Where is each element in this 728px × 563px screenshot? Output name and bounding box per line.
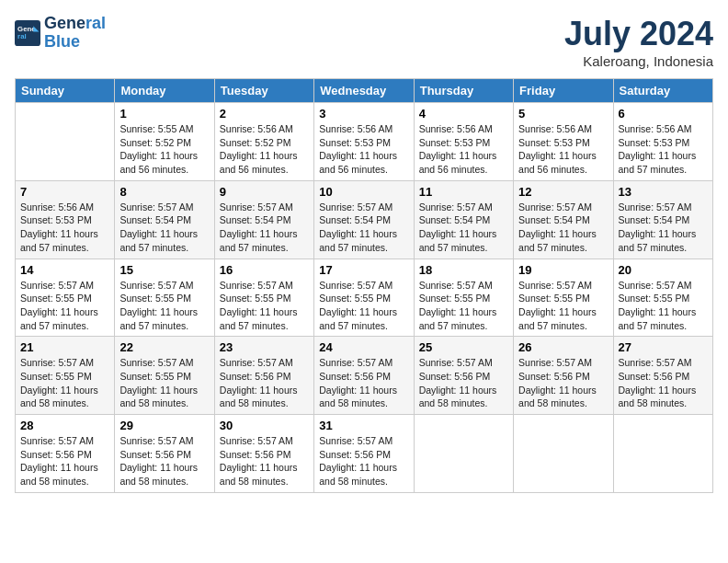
- day-info: Sunrise: 5:57 AM Sunset: 5:54 PM Dayligh…: [119, 201, 209, 255]
- calendar-cell: 2Sunrise: 5:56 AM Sunset: 5:52 PM Daylig…: [214, 103, 313, 181]
- calendar-cell: 23Sunrise: 5:57 AM Sunset: 5:56 PM Dayli…: [214, 337, 313, 415]
- day-info: Sunrise: 5:57 AM Sunset: 5:56 PM Dayligh…: [319, 434, 408, 488]
- day-info: Sunrise: 5:56 AM Sunset: 5:53 PM Dayligh…: [319, 122, 408, 177]
- calendar-cell: [514, 415, 613, 493]
- calendar-cell: 17Sunrise: 5:57 AM Sunset: 5:55 PM Dayli…: [314, 259, 414, 337]
- day-number: 10: [319, 185, 408, 199]
- calendar-cell: 14Sunrise: 5:57 AM Sunset: 5:55 PM Dayli…: [16, 259, 115, 337]
- calendar-cell: 5Sunrise: 5:56 AM Sunset: 5:53 PM Daylig…: [514, 103, 613, 181]
- calendar-week-row: 14Sunrise: 5:57 AM Sunset: 5:55 PM Dayli…: [16, 259, 713, 337]
- day-number: 20: [619, 263, 708, 277]
- day-number: 5: [518, 107, 608, 121]
- day-number: 14: [20, 263, 109, 277]
- day-number: 4: [419, 107, 508, 121]
- day-number: 29: [119, 419, 209, 432]
- day-info: Sunrise: 5:57 AM Sunset: 5:55 PM Dayligh…: [119, 356, 209, 410]
- day-number: 15: [119, 263, 209, 277]
- calendar-cell: 27Sunrise: 5:57 AM Sunset: 5:56 PM Dayli…: [613, 337, 712, 415]
- day-number: 22: [119, 340, 209, 354]
- calendar-cell: 20Sunrise: 5:57 AM Sunset: 5:55 PM Dayli…: [613, 259, 712, 337]
- day-info: Sunrise: 5:57 AM Sunset: 5:55 PM Dayligh…: [220, 279, 309, 333]
- title-block: July 2024 Kaleroang, Indonesia: [564, 15, 713, 69]
- day-info: Sunrise: 5:57 AM Sunset: 5:54 PM Dayligh…: [518, 201, 608, 255]
- calendar-cell: 10Sunrise: 5:57 AM Sunset: 5:54 PM Dayli…: [314, 180, 414, 259]
- day-info: Sunrise: 5:56 AM Sunset: 5:53 PM Dayligh…: [619, 122, 708, 177]
- day-info: Sunrise: 5:56 AM Sunset: 5:53 PM Dayligh…: [419, 122, 508, 177]
- day-info: Sunrise: 5:57 AM Sunset: 5:56 PM Dayligh…: [220, 434, 309, 488]
- weekday-header: Thursday: [414, 79, 513, 103]
- day-number: 16: [220, 263, 309, 277]
- calendar-cell: [16, 103, 115, 181]
- logo-icon: Gene ral: [15, 20, 40, 46]
- calendar-cell: 3Sunrise: 5:56 AM Sunset: 5:53 PM Daylig…: [314, 103, 414, 181]
- weekday-header: Saturday: [613, 79, 712, 103]
- day-info: Sunrise: 5:57 AM Sunset: 5:56 PM Dayligh…: [518, 356, 608, 410]
- day-info: Sunrise: 5:57 AM Sunset: 5:54 PM Dayligh…: [220, 201, 309, 255]
- weekday-header: Monday: [115, 79, 214, 103]
- calendar-cell: 6Sunrise: 5:56 AM Sunset: 5:53 PM Daylig…: [613, 103, 712, 181]
- calendar-cell: 19Sunrise: 5:57 AM Sunset: 5:55 PM Dayli…: [514, 259, 613, 337]
- calendar-cell: 15Sunrise: 5:57 AM Sunset: 5:55 PM Dayli…: [115, 259, 214, 337]
- day-number: 24: [319, 340, 408, 354]
- calendar-cell: 22Sunrise: 5:57 AM Sunset: 5:55 PM Dayli…: [115, 337, 214, 415]
- day-number: 2: [220, 107, 309, 121]
- logo-text: GeneralBlue: [44, 15, 106, 52]
- weekday-header: Sunday: [16, 79, 115, 103]
- calendar-cell: 1Sunrise: 5:55 AM Sunset: 5:52 PM Daylig…: [115, 103, 214, 181]
- calendar-cell: 4Sunrise: 5:56 AM Sunset: 5:53 PM Daylig…: [414, 103, 513, 181]
- day-info: Sunrise: 5:57 AM Sunset: 5:54 PM Dayligh…: [419, 201, 508, 255]
- calendar-cell: 13Sunrise: 5:57 AM Sunset: 5:54 PM Dayli…: [613, 180, 712, 259]
- day-number: 8: [119, 185, 209, 199]
- day-number: 1: [119, 107, 209, 121]
- weekday-header: Friday: [514, 79, 613, 103]
- location-subtitle: Kaleroang, Indonesia: [564, 53, 713, 69]
- calendar-cell: [613, 415, 712, 493]
- day-info: Sunrise: 5:57 AM Sunset: 5:56 PM Dayligh…: [20, 434, 109, 488]
- day-number: 28: [20, 419, 109, 432]
- logo: Gene ral GeneralBlue: [15, 15, 106, 52]
- calendar-cell: 7Sunrise: 5:56 AM Sunset: 5:53 PM Daylig…: [16, 180, 115, 259]
- weekday-header-row: SundayMondayTuesdayWednesdayThursdayFrid…: [16, 79, 713, 103]
- day-number: 19: [518, 263, 608, 277]
- day-info: Sunrise: 5:57 AM Sunset: 5:54 PM Dayligh…: [319, 201, 408, 255]
- calendar-week-row: 7Sunrise: 5:56 AM Sunset: 5:53 PM Daylig…: [16, 180, 713, 259]
- day-number: 7: [20, 185, 109, 199]
- day-info: Sunrise: 5:55 AM Sunset: 5:52 PM Dayligh…: [119, 122, 209, 177]
- calendar-cell: 8Sunrise: 5:57 AM Sunset: 5:54 PM Daylig…: [115, 180, 214, 259]
- day-info: Sunrise: 5:57 AM Sunset: 5:56 PM Dayligh…: [419, 356, 508, 410]
- day-info: Sunrise: 5:57 AM Sunset: 5:55 PM Dayligh…: [119, 279, 209, 333]
- day-number: 18: [419, 263, 508, 277]
- calendar-cell: 9Sunrise: 5:57 AM Sunset: 5:54 PM Daylig…: [214, 180, 313, 259]
- day-number: 12: [518, 185, 608, 199]
- day-number: 6: [619, 107, 708, 121]
- page-header: Gene ral GeneralBlue July 2024 Kaleroang…: [15, 15, 713, 69]
- month-year-title: July 2024: [564, 15, 713, 53]
- day-number: 30: [220, 419, 309, 432]
- day-info: Sunrise: 5:57 AM Sunset: 5:55 PM Dayligh…: [619, 279, 708, 333]
- day-number: 31: [319, 419, 408, 432]
- day-info: Sunrise: 5:56 AM Sunset: 5:52 PM Dayligh…: [220, 122, 309, 177]
- svg-text:ral: ral: [17, 32, 27, 40]
- weekday-header: Tuesday: [214, 79, 313, 103]
- calendar-cell: 31Sunrise: 5:57 AM Sunset: 5:56 PM Dayli…: [314, 415, 414, 493]
- day-info: Sunrise: 5:56 AM Sunset: 5:53 PM Dayligh…: [518, 122, 608, 177]
- day-info: Sunrise: 5:57 AM Sunset: 5:56 PM Dayligh…: [319, 356, 408, 410]
- day-number: 23: [220, 340, 309, 354]
- day-number: 26: [518, 340, 608, 354]
- calendar-table: SundayMondayTuesdayWednesdayThursdayFrid…: [15, 78, 713, 493]
- weekday-header: Wednesday: [314, 79, 414, 103]
- calendar-cell: 11Sunrise: 5:57 AM Sunset: 5:54 PM Dayli…: [414, 180, 513, 259]
- day-info: Sunrise: 5:57 AM Sunset: 5:56 PM Dayligh…: [619, 356, 708, 410]
- day-info: Sunrise: 5:57 AM Sunset: 5:55 PM Dayligh…: [20, 279, 109, 333]
- day-info: Sunrise: 5:57 AM Sunset: 5:56 PM Dayligh…: [119, 434, 209, 488]
- calendar-cell: 25Sunrise: 5:57 AM Sunset: 5:56 PM Dayli…: [414, 337, 513, 415]
- day-info: Sunrise: 5:57 AM Sunset: 5:56 PM Dayligh…: [220, 356, 309, 410]
- calendar-cell: [414, 415, 513, 493]
- day-info: Sunrise: 5:57 AM Sunset: 5:55 PM Dayligh…: [518, 279, 608, 333]
- calendar-cell: 12Sunrise: 5:57 AM Sunset: 5:54 PM Dayli…: [514, 180, 613, 259]
- day-info: Sunrise: 5:57 AM Sunset: 5:54 PM Dayligh…: [619, 201, 708, 255]
- day-info: Sunrise: 5:56 AM Sunset: 5:53 PM Dayligh…: [20, 201, 109, 255]
- svg-text:Gene: Gene: [17, 24, 36, 32]
- calendar-week-row: 21Sunrise: 5:57 AM Sunset: 5:55 PM Dayli…: [16, 337, 713, 415]
- calendar-cell: 21Sunrise: 5:57 AM Sunset: 5:55 PM Dayli…: [16, 337, 115, 415]
